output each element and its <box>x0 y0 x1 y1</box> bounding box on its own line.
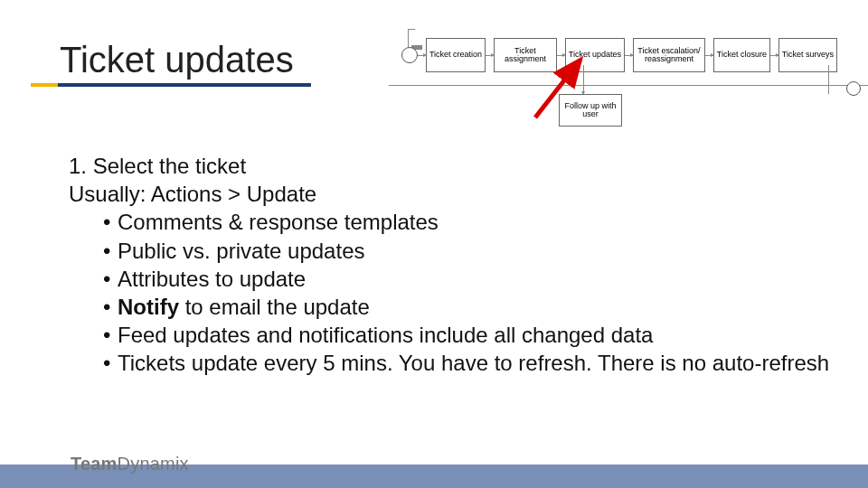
body-line-1: 1. Select the ticket <box>69 152 832 180</box>
list-item: •Notify to email the update <box>103 293 832 321</box>
list-item: •Tickets update every 5 mins. You have t… <box>103 349 832 377</box>
flow-node-escalation: Ticket escalation/ reassignment <box>633 38 705 72</box>
footer-logo-light: Dynamix <box>118 454 189 474</box>
footer-logo-bold: Team <box>71 454 118 474</box>
svg-line-0 <box>535 60 580 117</box>
list-item: •Public vs. private updates <box>103 237 832 265</box>
pointer-arrow-icon <box>510 54 600 127</box>
page-title: Ticket updates <box>60 40 294 80</box>
list-item: •Comments & response templates <box>103 208 832 236</box>
flow-connector <box>486 55 494 56</box>
list-item: •Attributes to update <box>103 265 832 293</box>
bullet-list: •Comments & response templates •Public v… <box>69 208 832 377</box>
flow-node-creation: Ticket creation <box>426 38 486 72</box>
body-content: 1. Select the ticket Usually: Actions > … <box>69 152 832 378</box>
flow-connector <box>705 55 713 56</box>
flow-start-icon <box>401 47 418 63</box>
flow-end-icon <box>846 81 861 96</box>
list-item: •Feed updates and notifications include … <box>103 321 832 349</box>
flowchart: Ticket creation Ticket assignment Ticket… <box>401 14 861 96</box>
footer-logo: TeamDynamix <box>71 454 189 474</box>
flow-connector <box>625 55 633 56</box>
title-accent-blue <box>58 83 311 87</box>
title-accent-yellow <box>31 83 58 87</box>
flow-node-closure: Ticket closure <box>713 38 770 72</box>
flow-connector <box>418 55 426 56</box>
flow-connector-end <box>828 65 829 94</box>
body-line-2: Usually: Actions > Update <box>69 180 832 208</box>
flow-connector <box>770 55 778 56</box>
